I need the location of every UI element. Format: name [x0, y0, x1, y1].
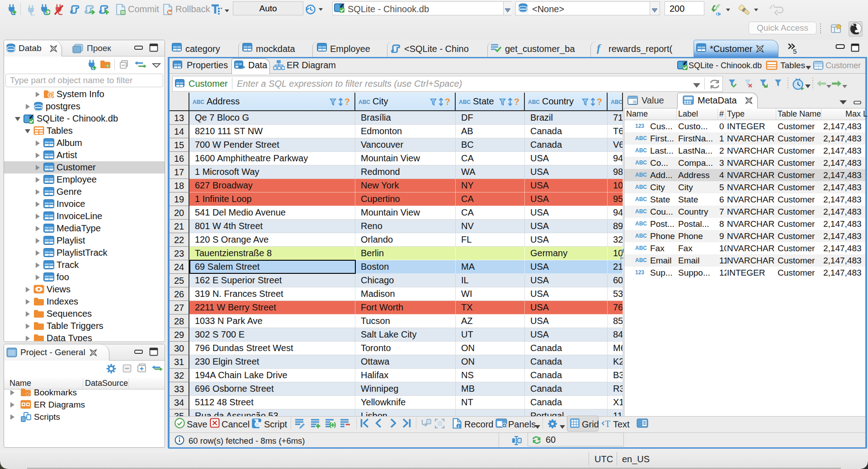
svg-text:T: T: [605, 419, 610, 429]
svg-text:i: i: [50, 93, 52, 98]
svg-text:i: i: [458, 424, 459, 429]
svg-text:<>: <>: [239, 64, 245, 70]
svg-text:5: 5: [793, 47, 797, 54]
